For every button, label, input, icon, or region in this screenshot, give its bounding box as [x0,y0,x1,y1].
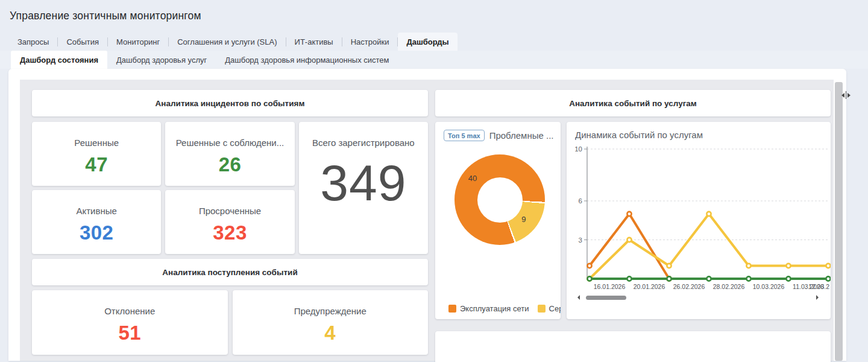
problem-services-card: Топ 5 max Проблемные ... 409 Эксплуатаци… [435,122,561,319]
panel-splitter-icon[interactable] [839,91,853,99]
stat-card-resolved-with-sla: Решенные с соблюдени...26 [165,122,294,186]
x-axis-label: 26.02.2026 [673,283,705,290]
data-point-green[interactable] [627,276,631,281]
series-line-yellow[interactable] [590,214,828,279]
vertical-scrollbar[interactable] [835,82,843,361]
legend-label: Сер [549,304,561,313]
main-tab-events[interactable]: События [58,33,107,51]
stat-card-warning: Предупреждение4 [233,290,429,355]
legend-swatch [538,305,546,313]
stat-card-total-registered: Всего зарегистрировано349 [299,122,428,254]
data-point-green[interactable] [587,276,591,281]
services-header-card: Аналитика событий по услугам [435,90,831,116]
main-tab-dashboards[interactable]: Дашборды [398,33,457,51]
incidents-header-card: Аналитика инцидентов по событиям [32,90,428,116]
donut-slice-value: 40 [468,174,477,183]
sub-tabbar: Дашборд состоянияДашборд здоровья услугД… [0,51,868,69]
stat-card-active: Активные302 [32,190,161,254]
y-axis-label: 6 [579,197,582,205]
x-axis-label: 12.03.2 [808,283,829,290]
donut-slice-value: 9 [521,215,526,224]
stat-value-resolved: 47 [85,153,108,176]
stat-label-total-registered: Всего зарегистрировано [312,138,415,148]
data-point-yellow[interactable] [746,264,750,268]
stat-value-total-registered: 349 [320,154,406,212]
stat-label-warning: Предупреждение [294,306,366,316]
events-dynamics-card: Динамика событий по услугам 361016.01.20… [567,122,831,319]
splitter-bar [846,91,847,99]
data-point-yellow[interactable] [667,264,671,268]
services-header-text: Аналитика событий по услугам [569,99,697,108]
top5-max-badge[interactable]: Топ 5 max [444,130,485,141]
donut-chart[interactable]: 409 [454,154,545,245]
sub-tab-is-health-dashboard[interactable]: Дашборд здоровья информационных систем [216,51,398,69]
stat-value-warning: 4 [324,322,336,345]
stat-label-resolved-with-sla: Решенные с соблюдени... [176,138,284,148]
splitter-left-arrow-icon [839,93,844,98]
data-point-yellow[interactable] [826,264,830,268]
data-point-green[interactable] [706,276,711,281]
donut-legend: Эксплуатация сетиСер [444,304,561,313]
stat-card-overdue: Просроченные323 [165,190,294,254]
incident-cards-grid: Решенные47Решенные с соблюдени...26Всего… [32,122,428,254]
data-point-yellow[interactable] [786,264,790,268]
x-axis-label: 10.03.2026 [753,283,785,290]
x-axis-label: 16.01.2026 [594,283,626,290]
sub-tab-service-health-dashboard[interactable]: Дашборд здоровья услуг [107,51,216,69]
incidents-header-text: Аналитика инцидентов по событиям [156,99,305,108]
stat-label-resolved: Решенные [74,138,119,148]
legend-item[interactable]: Эксплуатация сети [448,304,529,313]
data-point-green[interactable] [746,276,750,281]
scrollbar-thumb[interactable] [586,296,626,300]
stat-card-resolved: Решенные47 [32,122,161,186]
data-point-yellow[interactable] [706,212,711,216]
data-point-yellow[interactable] [627,238,631,242]
stat-value-deviation: 51 [118,322,141,345]
stat-label-active: Активные [76,206,116,216]
chart-horizontal-scrollbar[interactable] [575,293,825,302]
main-tab-settings[interactable]: Настройки [342,33,398,51]
service-analytics-section: Аналитика событий по услугам Топ 5 max П… [435,90,831,361]
series-line-orange[interactable] [590,214,669,279]
bottom-empty-card [435,331,831,362]
dashboard-canvas: Аналитика инцидентов по событиям Решенны… [20,80,834,361]
legend-item[interactable]: Сер [538,304,561,313]
x-axis-label: 28.02.2026 [713,283,745,290]
line-chart-svg[interactable]: 361016.01.202620.01.202626.02.202628.02.… [575,140,831,292]
page-title: Управление зонтичным мониторингом [0,0,868,22]
main-tab-it-assets[interactable]: ИТ-активы [286,33,342,51]
main-tab-sla[interactable]: Соглашения и услуги (SLA) [169,33,285,51]
splitter-right-arrow-icon [848,93,853,98]
scroll-left-arrow-icon[interactable] [575,295,580,300]
legend-swatch [448,305,456,313]
data-point-orange[interactable] [587,264,591,268]
line-card-title: Динамика событий по услугам [575,130,831,140]
incident-analytics-section: Аналитика инцидентов по событиям Решенны… [32,90,428,361]
legend-label: Эксплуатация сети [460,304,529,313]
y-axis-label: 10 [575,145,582,153]
stat-value-overdue: 323 [213,221,247,244]
stat-value-active: 302 [80,221,114,244]
charts-row: Топ 5 max Проблемные ... 409 Эксплуатаци… [435,122,831,319]
sub-tab-state-dashboard[interactable]: Дашборд состояния [11,51,107,69]
data-point-green[interactable] [826,276,830,281]
donut-card-title: Проблемные ... [489,130,554,141]
x-axis-label: 20.01.2026 [634,283,665,290]
vertical-scrollbar-thumb[interactable] [835,82,843,361]
data-point-green[interactable] [786,276,790,281]
scroll-right-arrow-icon[interactable] [816,295,821,300]
arrival-cards-grid: Отклонение51Предупреждение4 [32,290,428,355]
y-axis-label: 3 [579,237,582,244]
stat-value-resolved-with-sla: 26 [219,153,242,176]
arrivals-header-text: Аналитика поступления событий [162,268,297,277]
donut-title-row: Топ 5 max Проблемные ... [444,130,561,141]
stat-label-overdue: Просроченные [199,206,261,216]
stat-card-deviation: Отклонение51 [32,290,228,355]
stat-label-deviation: Отклонение [104,306,155,316]
data-point-orange[interactable] [627,212,631,216]
arrivals-header-card: Аналитика поступления событий [32,259,428,285]
data-point-green[interactable] [667,276,671,281]
main-tab-monitoring[interactable]: Мониторинг [108,33,168,51]
dashboard-container: Аналитика инцидентов по событиям Решенны… [8,69,846,361]
main-tab-requests[interactable]: Запросы [9,33,57,51]
